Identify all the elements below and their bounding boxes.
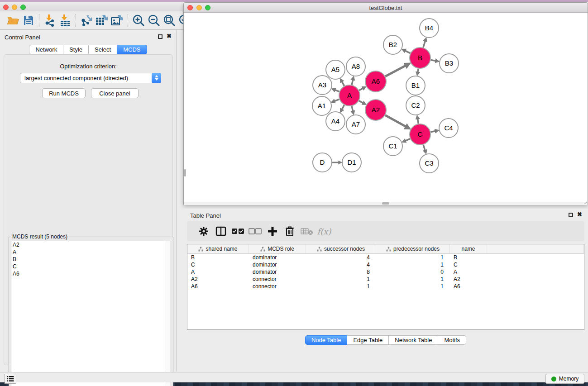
tab-motifs[interactable]: Motifs xyxy=(438,335,466,345)
table-cell-predecessor-nodes[interactable]: 1 xyxy=(376,276,450,283)
column-header-shared-name[interactable]: shared name xyxy=(187,244,249,253)
table-cell-MCDS-role[interactable]: connector xyxy=(249,276,306,283)
float-table-panel-icon[interactable] xyxy=(569,213,573,217)
tab-select[interactable]: Select xyxy=(89,45,117,54)
table-cell-MCDS-role[interactable]: dominator xyxy=(249,261,306,268)
table-cell-MCDS-role[interactable]: dominator xyxy=(249,254,306,261)
edge-B-B1[interactable] xyxy=(418,69,418,72)
edge-C-C2[interactable] xyxy=(418,119,419,124)
table-cell-MCDS-role[interactable]: dominator xyxy=(249,268,306,276)
table-cell-MCDS-role[interactable]: connector xyxy=(249,283,306,290)
graph-node-B2[interactable]: B2 xyxy=(383,35,402,54)
column-header-predecessor-nodes[interactable]: predecessor nodes xyxy=(376,244,450,253)
graph-node-A[interactable]: A xyxy=(339,85,360,106)
deselect-all-button[interactable] xyxy=(247,224,264,238)
column-header-MCDS-role[interactable]: MCDS role xyxy=(249,244,306,253)
graph-node-D1[interactable]: D1 xyxy=(342,153,361,172)
mcds-result-item[interactable]: B xyxy=(11,256,171,263)
table-cell-predecessor-nodes[interactable]: 1 xyxy=(376,254,450,261)
mcds-result-item[interactable]: A xyxy=(11,248,171,256)
graph-node-D[interactable]: D xyxy=(313,153,332,172)
table-cell-predecessor-nodes[interactable]: 0 xyxy=(376,268,450,276)
table-row[interactable]: Adominator80A xyxy=(187,268,584,276)
graph-node-C4[interactable]: C4 xyxy=(439,119,458,138)
edge-A-A6[interactable] xyxy=(359,88,363,91)
edge-C-C3[interactable] xyxy=(423,145,425,150)
edge-A-A8[interactable] xyxy=(352,80,353,85)
run-mcds-button[interactable]: Run MCDS xyxy=(42,88,86,98)
table-cell-shared-name[interactable]: C xyxy=(187,261,249,268)
mcds-result-item[interactable]: C xyxy=(11,263,171,270)
table-cell-successor-nodes[interactable]: 1 xyxy=(306,283,376,290)
graph-node-A8[interactable]: A8 xyxy=(346,57,365,76)
select-all-button[interactable] xyxy=(229,224,247,238)
edge-C-C4[interactable] xyxy=(430,131,435,132)
edge-B-B4[interactable] xyxy=(423,41,425,48)
tab-mcds[interactable]: MCDS xyxy=(117,45,147,54)
save-session-button[interactable] xyxy=(21,13,36,28)
edge-A-A7[interactable] xyxy=(352,106,353,111)
function-builder-button[interactable]: f(x) xyxy=(316,224,333,238)
table-cell-successor-nodes[interactable]: 4 xyxy=(306,254,376,261)
network-window-titlebar[interactable]: testGlobe.txt xyxy=(184,3,588,13)
export-table-button[interactable] xyxy=(94,13,110,28)
table-row[interactable]: Bdominator41B xyxy=(187,254,584,261)
edge-B-B2[interactable] xyxy=(405,51,410,53)
graph-node-B3[interactable]: B3 xyxy=(440,54,459,73)
memory-button[interactable]: Memory xyxy=(545,374,584,384)
column-header-name[interactable]: name xyxy=(450,244,487,253)
mcds-result-item[interactable]: A6 xyxy=(11,270,171,277)
graph-node-C2[interactable]: C2 xyxy=(406,96,425,115)
edge-A-A1[interactable] xyxy=(335,99,339,101)
edge-B-B3[interactable] xyxy=(431,60,436,61)
table-cell-shared-name[interactable]: B xyxy=(187,254,249,261)
table-cell-shared-name[interactable]: A2 xyxy=(187,276,249,283)
resize-grip[interactable] xyxy=(581,198,587,204)
column-header-successor-nodes[interactable]: successor nodes xyxy=(306,244,376,253)
table-row[interactable]: A6connector11A6 xyxy=(187,283,584,290)
close-table-panel-icon[interactable]: ✖ xyxy=(577,211,582,218)
delete-table-button[interactable] xyxy=(298,224,316,238)
float-panel-icon[interactable] xyxy=(158,34,163,39)
table-settings-button[interactable] xyxy=(195,224,212,238)
edge-A-A4[interactable] xyxy=(342,105,344,109)
export-network-button[interactable] xyxy=(79,13,94,28)
delete-column-button[interactable] xyxy=(281,224,298,238)
table-cell-successor-nodes[interactable]: 4 xyxy=(306,261,376,268)
table-cell-predecessor-nodes[interactable]: 1 xyxy=(376,261,450,268)
table-cell-name[interactable]: A xyxy=(450,268,487,276)
create-column-button[interactable] xyxy=(264,224,281,238)
mcds-result-item[interactable]: A2 xyxy=(11,241,171,248)
export-image-button[interactable] xyxy=(110,13,125,28)
graph-node-A7[interactable]: A7 xyxy=(346,115,365,134)
table-cell-name[interactable]: A6 xyxy=(450,283,487,290)
zoom-fit-button[interactable] xyxy=(162,13,177,28)
graph-node-C1[interactable]: C1 xyxy=(383,137,402,156)
show-columns-button[interactable] xyxy=(212,224,229,238)
close-panel-button[interactable]: Close panel xyxy=(91,88,139,98)
table-cell-name[interactable]: B xyxy=(450,254,487,261)
network-vscroll-thumb[interactable] xyxy=(184,169,186,176)
tab-network-table[interactable]: Network Table xyxy=(389,335,438,345)
open-session-button[interactable] xyxy=(5,13,21,28)
edge-A6-B[interactable] xyxy=(385,66,406,76)
import-network-button[interactable] xyxy=(42,13,57,28)
zoom-in-button[interactable] xyxy=(131,13,146,28)
close-panel-icon[interactable]: ✖ xyxy=(167,33,172,39)
graph-node-A5[interactable]: A5 xyxy=(326,60,345,79)
graph-node-A6[interactable]: A6 xyxy=(365,71,386,92)
table-cell-successor-nodes[interactable]: 1 xyxy=(306,276,376,283)
tab-style[interactable]: Style xyxy=(63,45,89,54)
table-cell-name[interactable]: A2 xyxy=(450,276,487,283)
task-history-button[interactable] xyxy=(5,374,16,384)
edge-A-A2[interactable] xyxy=(359,101,363,103)
graph-node-B[interactable]: B xyxy=(410,48,430,68)
table-cell-predecessor-nodes[interactable]: 1 xyxy=(376,283,450,290)
graph-node-A4[interactable]: A4 xyxy=(326,112,345,131)
graph-node-A1[interactable]: A1 xyxy=(312,96,331,115)
tab-node-table[interactable]: Node Table xyxy=(305,335,348,345)
mcds-list-scrollbar[interactable] xyxy=(165,241,171,386)
table-row[interactable]: Cdominator41C xyxy=(187,261,584,268)
edge-A-A5[interactable] xyxy=(342,81,344,86)
table-cell-successor-nodes[interactable]: 8 xyxy=(306,268,376,276)
